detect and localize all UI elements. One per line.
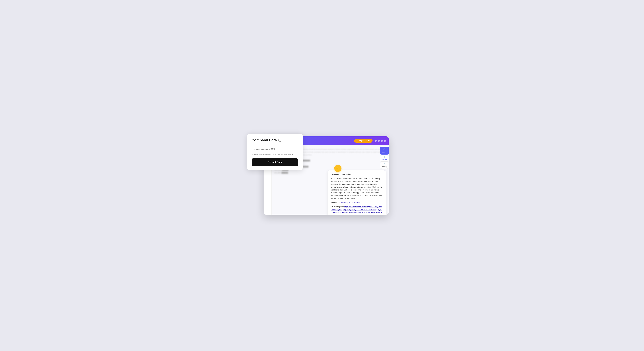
url-example: Example: http//www.linkedin.com/company/… xyxy=(252,154,298,155)
window-control-3 xyxy=(381,140,383,142)
website-label: Website: xyxy=(331,202,338,204)
about-text: We're a diverse collective of thinkers a… xyxy=(331,178,382,199)
window-controls xyxy=(375,140,386,142)
delete-icon: 🗑️ xyxy=(384,156,386,158)
card-title: Company Data i xyxy=(252,138,298,142)
delete-label: Delete xyxy=(382,159,387,160)
info-website: Website: http://www.apple.com/careers xyxy=(331,201,383,204)
delete-button[interactable]: 🗑️ Delete xyxy=(380,155,388,162)
bulb-icon: ⚡ xyxy=(334,165,342,172)
info-panel-header: Company Information xyxy=(331,173,383,175)
info-icon: i xyxy=(278,139,281,142)
history-button[interactable]: 🕐 History xyxy=(380,162,388,169)
info-panel: Company Information About: We're a diver… xyxy=(328,170,386,215)
info-about: About: We're a diverse collective of thi… xyxy=(331,177,383,200)
history-label: History xyxy=(382,166,387,167)
copy-button[interactable]: ⧉ Copy xyxy=(380,147,388,155)
window-control-2 xyxy=(378,140,380,142)
url-input[interactable] xyxy=(252,146,298,152)
copy-icon: ⧉ xyxy=(384,148,385,151)
extract-button[interactable]: Extract Data xyxy=(252,158,298,166)
company-card: Company Data i Example: http//www.linked… xyxy=(247,134,303,170)
copy-label: Copy xyxy=(382,152,386,153)
about-label: About: xyxy=(331,178,336,180)
window-control-1 xyxy=(375,140,377,142)
info-cover-image: Cover image url: https://media.licdn.com… xyxy=(331,205,383,215)
app-container: Upgrade to pro ☰ 📖 ⚙️ Lorem ipsum dolor … xyxy=(256,136,388,215)
window-control-4 xyxy=(384,140,386,142)
card-title-text: Company Data xyxy=(252,138,277,142)
cover-image-label: Cover image url: xyxy=(331,206,344,208)
history-icon: 🕐 xyxy=(384,163,386,165)
upgrade-button[interactable]: Upgrade to pro xyxy=(354,139,372,143)
website-link[interactable]: http://www.apple.com/careers xyxy=(338,202,360,204)
toolbar-panel: ⧉ Copy 🗑️ Delete 🕐 History xyxy=(380,147,388,169)
